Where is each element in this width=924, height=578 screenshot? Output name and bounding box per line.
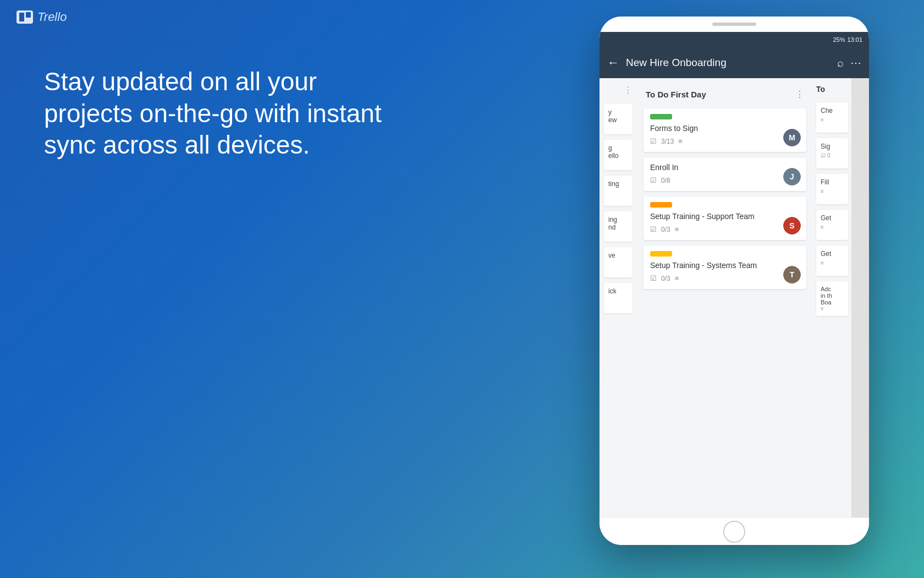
avatar-img-2: J xyxy=(783,168,801,186)
avatar-img-4: T xyxy=(783,266,801,283)
main-column: To Do First Day ⋮ Forms to Sign ☑ 3/13 ≡… xyxy=(637,78,813,517)
right-card-6-meta: ≡ xyxy=(821,306,844,312)
trello-logo-icon xyxy=(16,10,33,24)
back-button[interactable]: ← xyxy=(607,56,619,70)
left-card-2[interactable]: gello xyxy=(604,140,632,170)
avatar-2: J xyxy=(783,168,801,186)
card-title-2: Enroll In xyxy=(650,163,800,172)
check-icon-4: ☑ xyxy=(650,274,657,282)
status-bar: 25% 13:01 xyxy=(600,32,869,47)
right-card-5-title: Get xyxy=(821,250,844,258)
board-content: ⋮ yew gello ting ingnd ve ick xyxy=(600,78,869,517)
check-count-3: 0/3 xyxy=(661,226,670,233)
right-partial-column: To Che ≡ Sig ☑0 Fill ≡ Get ≡ xyxy=(813,78,851,517)
right-card-5-meta: ≡ xyxy=(821,260,844,266)
right-card-6[interactable]: Adcin thBoa ≡ xyxy=(816,281,848,316)
trello-logo: Trello xyxy=(16,10,67,24)
left-card-6[interactable]: ick xyxy=(604,283,632,313)
phone-top-bar xyxy=(600,17,869,32)
list-icon-1: ≡ xyxy=(678,137,683,145)
hero-text: Stay updated on all your projects on-the… xyxy=(44,66,385,161)
card-title-1: Forms to Sign xyxy=(650,124,800,133)
card-setup-support[interactable]: Setup Training - Support Team ☑ 0/3 ≡ S xyxy=(644,197,806,240)
phone-speaker xyxy=(712,23,756,26)
card-label-green xyxy=(650,114,672,119)
right-card-3[interactable]: Fill ≡ xyxy=(816,174,848,204)
right-card-2-title: Sig xyxy=(821,143,844,150)
right-card-4[interactable]: Get ≡ xyxy=(816,210,848,240)
avatar-1: M xyxy=(783,129,801,146)
card-forms-to-sign[interactable]: Forms to Sign ☑ 3/13 ≡ M xyxy=(644,108,806,152)
more-icon[interactable]: ⋯ xyxy=(850,56,861,69)
right-card-1-meta: ≡ xyxy=(821,117,844,123)
list-icon-4: ≡ xyxy=(675,274,679,282)
right-col-title: To xyxy=(816,85,825,94)
left-card-2-text: gello xyxy=(608,144,628,160)
card-title-4: Setup Training - Systems Team xyxy=(650,261,800,270)
right-card-3-title: Fill xyxy=(821,178,844,186)
card-meta-2: ☑ 0/8 xyxy=(650,176,800,184)
left-card-6-text: ick xyxy=(608,287,628,295)
right-card-6-text: Adcin thBoa xyxy=(821,286,844,306)
left-card-5-text: ve xyxy=(608,252,628,259)
card-title-3: Setup Training - Support Team xyxy=(650,212,800,221)
trello-logo-text: Trello xyxy=(37,10,67,24)
left-col-menu[interactable]: ⋮ xyxy=(624,85,632,95)
avatar-3: S xyxy=(783,217,801,235)
card-label-yellow xyxy=(650,251,672,257)
left-partial-column: ⋮ yew gello ting ingnd ve ick xyxy=(600,78,637,517)
list-icon-3: ≡ xyxy=(675,225,679,233)
left-card-1-text: yew xyxy=(608,108,628,124)
main-col-title: To Do First Day xyxy=(646,90,706,99)
phone-wrapper: 25% 13:01 ← New Hire Onboarding ⌕ ⋯ ⋮ ye… xyxy=(600,17,869,556)
right-card-2[interactable]: Sig ☑0 xyxy=(816,138,848,168)
status-battery: 25% xyxy=(833,36,845,43)
right-card-3-meta: ≡ xyxy=(821,188,844,194)
avatar-4: T xyxy=(783,266,801,283)
left-card-4-text: ingnd xyxy=(608,216,628,231)
status-time: 13:01 xyxy=(847,36,862,43)
card-enroll-in[interactable]: Enroll In ☑ 0/8 J xyxy=(644,157,806,191)
left-card-4[interactable]: ingnd xyxy=(604,211,632,242)
app-toolbar: ← New Hire Onboarding ⌕ ⋯ xyxy=(600,47,869,78)
home-button[interactable] xyxy=(723,521,745,543)
right-card-5[interactable]: Get ≡ xyxy=(816,246,848,276)
card-label-orange xyxy=(650,202,672,208)
left-col-header: ⋮ xyxy=(604,85,632,95)
card-meta-3: ☑ 0/3 ≡ xyxy=(650,225,800,233)
card-setup-systems[interactable]: Setup Training - Systems Team ☑ 0/3 ≡ T xyxy=(644,246,806,289)
board-title: New Hire Onboarding xyxy=(626,57,831,69)
check-icon-1: ☑ xyxy=(650,137,657,145)
search-icon[interactable]: ⌕ xyxy=(837,57,844,69)
check-count-2: 0/8 xyxy=(661,177,670,184)
avatar-img-1: M xyxy=(783,129,801,146)
check-icon-2: ☑ xyxy=(650,176,657,184)
avatar-img-3: S xyxy=(783,217,801,235)
left-card-5[interactable]: ve xyxy=(604,247,632,277)
right-card-4-title: Get xyxy=(821,214,844,222)
right-card-4-meta: ≡ xyxy=(821,224,844,230)
left-card-1[interactable]: yew xyxy=(604,104,632,134)
right-card-1-title: Che xyxy=(821,107,844,114)
right-card-2-meta: ☑0 xyxy=(821,152,844,159)
phone-shell: 25% 13:01 ← New Hire Onboarding ⌕ ⋯ ⋮ ye… xyxy=(600,17,869,545)
card-meta-1: ☑ 3/13 ≡ xyxy=(650,137,800,145)
check-icon-3: ☑ xyxy=(650,225,657,233)
main-col-menu[interactable]: ⋮ xyxy=(795,89,804,100)
card-meta-4: ☑ 0/3 ≡ xyxy=(650,274,800,282)
main-col-header: To Do First Day ⋮ xyxy=(644,85,806,104)
left-card-3-text: ting xyxy=(608,180,628,188)
left-card-3[interactable]: ting xyxy=(604,176,632,206)
check-count-1: 3/13 xyxy=(661,138,674,145)
check-count-4: 0/3 xyxy=(661,275,670,282)
phone-bottom-bar xyxy=(600,517,869,545)
right-card-1[interactable]: Che ≡ xyxy=(816,102,848,133)
